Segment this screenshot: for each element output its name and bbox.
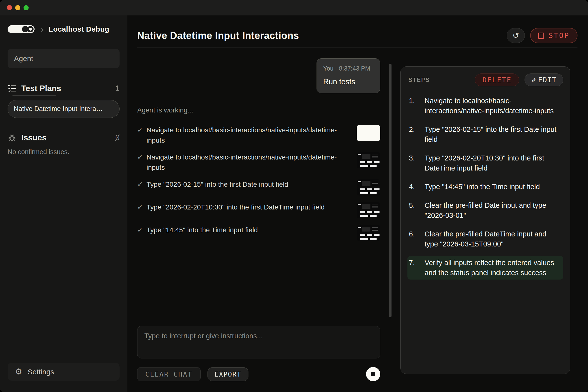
test-plans-header: Test Plans 1: [8, 84, 120, 93]
main-area: Native Datetime Input Interactions STOP: [128, 16, 588, 392]
delete-label: DELETE: [482, 76, 512, 84]
content-row: You 8:37:43 PM Run tests Agent is workin…: [137, 48, 578, 392]
user-message-bubble: You 8:37:43 PM Run tests: [316, 58, 380, 93]
maximize-window-button[interactable]: [24, 5, 29, 10]
gear-icon: [15, 368, 22, 376]
screenshot-thumbnail[interactable]: [357, 179, 380, 196]
chevron-right-icon: ›: [41, 25, 44, 33]
step-item-1[interactable]: Navigate to localhost/basic-interactions…: [408, 94, 563, 118]
step-item-5[interactable]: Clear the pre-filled Date input and type…: [408, 199, 563, 222]
bug-icon: [8, 133, 18, 142]
check-icon: ✓: [137, 179, 146, 190]
log-row: ✓ Type "2026-02-15" into the first Date …: [137, 179, 380, 196]
agent-status-text: Agent is working...: [137, 106, 380, 114]
screenshot-thumbnail[interactable]: [357, 225, 380, 241]
test-plans-section: Test Plans 1 Native Datetime Input Inter…: [8, 84, 120, 118]
issues-header: Issues 0: [8, 133, 120, 142]
issues-section: Issues 0 No confirmed issues.: [8, 133, 120, 156]
steps-panel: STEPS DELETE EDIT Navigate to localhost/…: [400, 66, 570, 374]
header-actions: STOP: [507, 28, 578, 43]
close-window-button[interactable]: [7, 5, 12, 10]
log-text: Navigate to localhost/basic-interactions…: [146, 152, 342, 173]
main-header: Native Datetime Input Interactions STOP: [137, 28, 578, 43]
issues-title: Issues: [21, 133, 46, 142]
check-icon: ✓: [137, 125, 146, 135]
history-button[interactable]: [507, 28, 525, 43]
page-title: Native Datetime Input Interactions: [137, 30, 299, 41]
log-text: Type "14:45" into the Time input field: [146, 225, 342, 235]
user-message-meta: You 8:37:43 PM: [323, 65, 374, 72]
user-message-time: 8:37:43 PM: [339, 65, 370, 72]
edit-steps-button[interactable]: EDIT: [524, 74, 563, 86]
agent-selector[interactable]: Agent: [8, 49, 120, 68]
stop-square-icon: [371, 372, 375, 376]
app-body: › Localhost Debug Agent Test Plans: [0, 16, 588, 392]
history-icon: [512, 31, 519, 40]
chat-input[interactable]: [144, 332, 373, 352]
log-row: ✓ Navigate to localhost/basic-interactio…: [137, 125, 380, 146]
issues-count: 0: [116, 133, 120, 142]
export-button[interactable]: EXPORT: [208, 367, 249, 381]
app-window: › Localhost Debug Agent Test Plans: [0, 0, 588, 392]
chat-actions-row: CLEAR CHAT EXPORT: [137, 367, 380, 381]
test-plans-title: Test Plans: [21, 84, 61, 93]
log-row: ✓ Type "2026-02-20T10:30" into the first…: [137, 202, 380, 218]
minimize-window-button[interactable]: [15, 5, 20, 10]
clear-chat-button[interactable]: CLEAR CHAT: [137, 367, 201, 381]
checklist-icon: [8, 84, 18, 93]
log-text: Type "2026-02-15" into the first Date in…: [146, 179, 342, 190]
log-row: ✓ Type "14:45" into the Time input field: [137, 225, 380, 241]
screenshot-thumbnail[interactable]: [357, 152, 380, 168]
chat-scrollbar-track: [389, 58, 392, 392]
check-icon: ✓: [137, 152, 146, 162]
steps-list: Navigate to localhost/basic-interactions…: [408, 94, 563, 285]
step-item-3[interactable]: Type "2026-02-20T10:30" into the first D…: [408, 152, 563, 175]
agent-action-log: ✓ Navigate to localhost/basic-interactio…: [137, 125, 380, 241]
step-item-4[interactable]: Type "14:45" into the Time input field: [408, 180, 563, 194]
log-text: Navigate to localhost/basic-interactions…: [146, 125, 342, 146]
edit-label: EDIT: [538, 76, 557, 84]
steps-panel-header: STEPS DELETE EDIT: [408, 74, 563, 86]
stop-recording-button[interactable]: [366, 367, 380, 381]
pencil-icon: [531, 76, 536, 84]
stop-square-icon: [538, 32, 544, 39]
chat-scrollbar-thumb[interactable]: [389, 64, 392, 317]
steps-panel-title: STEPS: [408, 77, 430, 83]
user-message-text: Run tests: [323, 78, 374, 86]
window-titlebar: [0, 0, 588, 16]
workspace-row: › Localhost Debug: [8, 24, 120, 34]
chat-input-container: [137, 326, 380, 358]
delete-steps-button[interactable]: DELETE: [475, 74, 519, 86]
theme-toggle-ring: [27, 26, 34, 32]
issues-empty-text: No confirmed issues.: [8, 148, 120, 156]
workspace-title[interactable]: Localhost Debug: [48, 25, 109, 33]
check-icon: ✓: [137, 225, 146, 235]
sidebar: › Localhost Debug Agent Test Plans: [0, 16, 128, 392]
settings-button[interactable]: Settings: [8, 363, 120, 381]
step-item-2[interactable]: Type "2026-02-15" into the first Date in…: [408, 123, 563, 146]
step-item-7-active[interactable]: Verify all inputs reflect the entered va…: [408, 256, 563, 280]
clear-chat-label: CLEAR CHAT: [145, 370, 192, 378]
chat-column: You 8:37:43 PM Run tests Agent is workin…: [137, 58, 380, 392]
test-plan-item-label: Native Datetime Input Intera…: [14, 105, 103, 113]
stop-button[interactable]: STOP: [530, 28, 578, 43]
theme-toggle[interactable]: [8, 25, 34, 33]
log-text: Type "2026-02-20T10:30" into the first D…: [146, 202, 342, 212]
test-plan-item[interactable]: Native Datetime Input Intera…: [8, 100, 120, 118]
agent-selector-label: Agent: [14, 54, 33, 63]
screenshot-thumbnail[interactable]: [357, 202, 380, 218]
user-message-author: You: [323, 65, 334, 72]
test-plans-underline: [12, 95, 56, 96]
screenshot-thumbnail[interactable]: [357, 125, 380, 141]
check-icon: ✓: [137, 202, 146, 212]
log-row: ✓ Navigate to localhost/basic-interactio…: [137, 152, 380, 173]
export-label: EXPORT: [214, 370, 242, 378]
step-item-6[interactable]: Clear the pre-filled DateTime input and …: [408, 227, 563, 251]
test-plans-count: 1: [116, 84, 120, 93]
stop-button-label: STOP: [548, 31, 570, 40]
settings-label: Settings: [28, 368, 54, 376]
